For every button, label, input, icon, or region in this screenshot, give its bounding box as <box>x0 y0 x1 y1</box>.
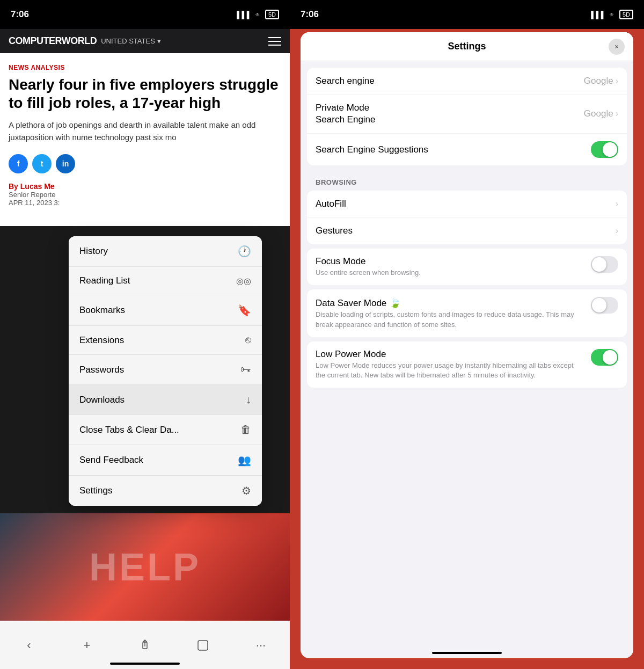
focus-mode-labels: Focus Mode Use entire screen when browsi… <box>316 256 591 278</box>
author-title: Senior Reporte <box>9 191 281 199</box>
data-saver-labels: Data Saver Mode 🍃 Disable loading of scr… <box>316 297 591 329</box>
extensions-icon: ⎋ <box>245 334 251 346</box>
menu-item-reading-list-label: Reading List <box>79 275 130 286</box>
chevron-icon-2: › <box>616 109 618 119</box>
private-mode-value: Google › <box>584 108 618 119</box>
low-power-label: Low Power Mode <box>316 349 584 360</box>
low-power-toggle[interactable] <box>591 349 618 366</box>
article-content: NEWS ANALYSIS Nearly four in five employ… <box>0 53 290 226</box>
browser-header: COMPUTERWORLD UNITED STATES ▾ <box>0 29 290 53</box>
article-excerpt: A plethora of job openings and dearth in… <box>9 119 281 143</box>
close-button[interactable]: × <box>609 39 625 55</box>
focus-mode-toggle[interactable] <box>591 256 618 273</box>
reading-list-icon: ◎◎ <box>236 276 251 286</box>
data-saver-desc: Disable loading of scripts, custom fonts… <box>316 310 584 329</box>
gestures-chevron: › <box>616 226 618 236</box>
menu-item-passwords[interactable]: Passwords 🗝 <box>69 355 262 385</box>
settings-header: Settings × <box>301 32 633 61</box>
leaf-icon: 🍃 <box>389 297 401 308</box>
low-power-group: Low Power Mode Low Power Mode reduces yo… <box>307 341 627 388</box>
news-label: NEWS ANALYSIS <box>9 64 281 71</box>
article-title: Nearly four in five employers struggle t… <box>9 76 281 112</box>
facebook-icon[interactable]: f <box>9 154 28 173</box>
gear-icon: ⚙ <box>241 484 251 497</box>
trash-icon: 🗑 <box>240 424 251 436</box>
menu-item-downloads[interactable]: Downloads ↓ <box>69 385 262 415</box>
menu-item-close-tabs-label: Close Tabs & Clear Da... <box>79 425 179 435</box>
menu-item-send-feedback-label: Send Feedback <box>79 455 143 466</box>
share-button[interactable] <box>133 634 157 657</box>
feedback-icon: 👥 <box>238 454 251 467</box>
social-icons: f t in <box>9 154 281 173</box>
toggle-knob <box>603 142 617 157</box>
time-left: 7:06 <box>11 9 29 20</box>
menu-item-extensions[interactable]: Extensions ⎋ <box>69 326 262 355</box>
menu-item-bookmarks-label: Bookmarks <box>79 305 125 316</box>
gestures-label: Gestures <box>316 226 616 236</box>
menu-item-bookmarks[interactable]: Bookmarks 🔖 <box>69 295 262 326</box>
data-saver-toggle[interactable] <box>591 297 618 314</box>
menu-item-close-tabs[interactable]: Close Tabs & Clear Da... 🗑 <box>69 415 262 445</box>
menu-item-settings-label: Settings <box>79 485 112 496</box>
left-panel: 7:06 ▌▌▌ ᯤ 5D COMPUTERWORLD UNITED STATE… <box>0 0 290 669</box>
search-suggestions-toggle[interactable] <box>591 141 618 158</box>
linkedin-icon[interactable]: in <box>56 154 75 173</box>
bottom-nav: ‹ + ··· <box>0 621 290 669</box>
chevron-icon: › <box>616 76 618 86</box>
low-power-row: Low Power Mode Low Power Mode reduces yo… <box>307 341 627 388</box>
status-icons-right: ▌▌▌ ᯤ 5D <box>591 10 633 19</box>
downloads-icon: ↓ <box>246 394 251 406</box>
search-suggestions-row: Search Engine Suggestions <box>307 134 627 165</box>
low-power-desc: Low Power Mode reduces your power usage … <box>316 361 584 380</box>
menu-item-passwords-label: Passwords <box>79 365 124 375</box>
author-info: By Lucas Me Senior Reporte APR 11, 2023 … <box>9 182 281 207</box>
passwords-icon: 🗝 <box>240 363 251 376</box>
cw-logo: COMPUTERWORLD UNITED STATES ▾ <box>9 35 161 47</box>
author-name: By Lucas Me <box>9 182 281 191</box>
menu-item-history[interactable]: History 🕐 <box>69 236 262 267</box>
menu-item-settings[interactable]: Settings ⚙ <box>69 476 262 506</box>
search-engine-row[interactable]: Search engine Google › <box>307 68 627 94</box>
menu-item-extensions-label: Extensions <box>79 335 124 346</box>
settings-body: Search engine Google › Private ModeSearc… <box>301 61 633 655</box>
tabs-button[interactable] <box>191 634 215 657</box>
focus-mode-group: Focus Mode Use entire screen when browsi… <box>307 249 627 285</box>
author-date: APR 11, 2023 3: <box>9 199 281 207</box>
menu-item-send-feedback[interactable]: Send Feedback 👥 <box>69 445 262 476</box>
autofill-row[interactable]: AutoFill › <box>307 191 627 217</box>
status-icons-left: ▌▌▌ ᯤ 5D <box>237 10 279 19</box>
hamburger-menu[interactable] <box>268 37 281 46</box>
data-saver-row: Data Saver Mode 🍃 Disable loading of scr… <box>307 289 627 337</box>
time-right: 7:06 <box>301 9 319 20</box>
gestures-row[interactable]: Gestures › <box>307 217 627 244</box>
dropdown-menu: History 🕐 Reading List ◎◎ Bookmarks 🔖 Ex… <box>69 236 262 506</box>
back-button[interactable]: ‹ <box>17 634 41 657</box>
home-indicator-right <box>432 652 502 654</box>
browsing-group: AutoFill › Gestures › <box>307 191 627 244</box>
menu-item-history-label: History <box>79 246 108 257</box>
bookmarks-icon: 🔖 <box>238 304 251 317</box>
focus-mode-desc: Use entire screen when browsing. <box>316 268 584 278</box>
private-mode-label: Private ModeSearch Engine <box>316 102 584 126</box>
settings-title: Settings <box>448 41 486 52</box>
search-group: Search engine Google › Private ModeSearc… <box>307 68 627 165</box>
search-suggestions-label: Search Engine Suggestions <box>316 144 591 155</box>
article-image: HELP <box>0 513 290 621</box>
menu-item-reading-list[interactable]: Reading List ◎◎ <box>69 267 262 295</box>
status-bar-right: 7:06 ▌▌▌ ᯤ 5D <box>290 0 644 29</box>
svg-rect-2 <box>198 641 208 650</box>
menu-item-downloads-label: Downloads <box>79 395 125 405</box>
right-panel: 7:06 ▌▌▌ ᯤ 5D Settings × Search engine G… <box>290 0 644 669</box>
data-saver-group: Data Saver Mode 🍃 Disable loading of scr… <box>307 289 627 337</box>
private-mode-search-row[interactable]: Private ModeSearch Engine Google › <box>307 94 627 134</box>
more-button[interactable]: ··· <box>249 634 273 657</box>
low-power-labels: Low Power Mode Low Power Mode reduces yo… <box>316 349 591 380</box>
twitter-icon[interactable]: t <box>32 154 52 173</box>
autofill-label: AutoFill <box>316 199 616 209</box>
focus-mode-label: Focus Mode <box>316 256 584 267</box>
status-bar-left: 7:06 ▌▌▌ ᯤ 5D <box>0 0 290 29</box>
new-tab-button[interactable]: + <box>75 634 99 657</box>
search-engine-value: Google › <box>584 76 618 86</box>
help-overlay: HELP <box>89 545 201 589</box>
data-saver-label: Data Saver Mode 🍃 <box>316 297 584 309</box>
